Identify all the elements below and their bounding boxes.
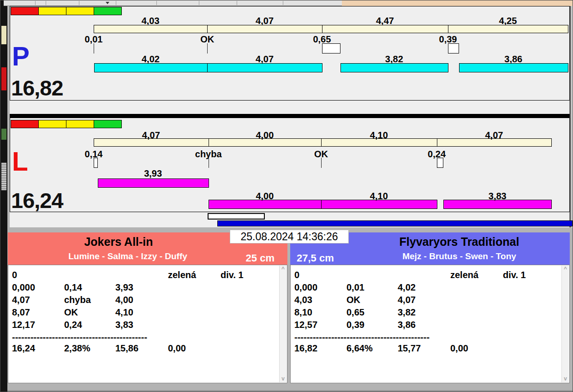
scrollbar[interactable]: ^ v (561, 266, 569, 382)
net-time-bar (459, 63, 568, 72)
team-members: Mejz - Brutus - Swen - Tony (349, 251, 570, 261)
scrollbar-up-button[interactable]: ^ (280, 266, 286, 273)
team-table-right: 0zelenádiv. 10,0000,014,024,03OK4,078,10… (290, 265, 570, 383)
lane-panel-L: L 16,24 4,070,143,934,00chyba4,004,10OK4… (10, 118, 570, 212)
table-row: 0,0000,014,02 (291, 282, 562, 295)
toolbar-separator (79, 1, 79, 5)
table-summary-row: 16,242,38%15,860,00 (8, 343, 280, 356)
table-row: 4,03OK4,07 (291, 295, 562, 307)
table-cell: 4,07 (398, 295, 416, 305)
toolbar-separator (116, 1, 116, 5)
table-cell: 12,17 (12, 320, 35, 330)
table-cell: 0,00 (450, 343, 468, 354)
table-row: 8,07OK4,10 (8, 307, 280, 320)
lane-divider-bar (10, 114, 570, 118)
toolbar-separator (199, 1, 199, 5)
split-time-label: 4,47 (357, 16, 412, 26)
table-cell: 3,86 (398, 320, 416, 330)
table-row: 4,07chyba4,00 (8, 295, 280, 307)
table-cell: 8,10 (294, 307, 312, 318)
delay-box (448, 43, 459, 53)
split-time-label: 4,10 (351, 130, 406, 141)
table-cell: 2,38% (64, 343, 90, 354)
table-row: 0zelenádiv. 1 (8, 270, 280, 282)
status-light-green (94, 7, 122, 15)
table-cell: 6,64% (346, 343, 373, 354)
table-cell: OK (64, 307, 78, 318)
table-cell: 4,03 (294, 295, 312, 305)
team-members: Lumine - Salma - Izzy - Duffy (8, 251, 248, 261)
marker-tick (94, 43, 94, 53)
split-time-label: 4,07 (466, 130, 522, 141)
edge-fragment (1, 67, 6, 90)
table-cell: 3,83 (115, 320, 133, 330)
toolbar-separator (35, 1, 36, 5)
scrollbar-up-button[interactable]: ^ (562, 266, 569, 273)
lane-panel-P: P 16,82 4,030,014,024,07OK4,074,470,653,… (10, 6, 570, 101)
net-time-label: 4,07 (237, 54, 292, 65)
net-time-label: 4,02 (123, 54, 178, 65)
toolbar-separator (156, 1, 157, 5)
net-time-bar (98, 178, 209, 188)
marker-tick (209, 158, 209, 168)
net-time-label: 3,86 (486, 54, 541, 65)
table-row: 12,170,243,83 (8, 320, 280, 332)
progress-outline-box (208, 213, 265, 220)
split-time-label: 4,07 (123, 130, 179, 141)
jump-height-label: 27,5 cm (297, 252, 334, 264)
status-light-red (11, 120, 39, 128)
table-cell: 0 (294, 270, 299, 280)
delay-box (94, 158, 98, 168)
marker-tick (321, 158, 322, 168)
window-frame-edge (571, 6, 573, 227)
lane-total-time: 16,24 (11, 188, 63, 213)
delay-box (437, 158, 444, 168)
table-cell: 16,82 (294, 343, 317, 354)
lane-total-time: 16,82 (11, 76, 63, 101)
status-light-yellow (38, 120, 66, 128)
table-cell: OK (346, 295, 360, 305)
table-cell: 0,24 (64, 320, 82, 330)
status-light-yellow (66, 120, 94, 128)
table-cell: 0,39 (346, 320, 364, 330)
table-body: 0zelenádiv. 10,0000,143,934,07chyba4,008… (8, 265, 280, 383)
scrollbar-down-button[interactable]: v (562, 375, 569, 382)
progress-bar (217, 220, 573, 226)
table-cell: 0,000 (12, 282, 35, 293)
table-cell: 4,07 (12, 295, 30, 305)
table-row: 8,100,653,82 (291, 307, 562, 320)
status-light-yellow (66, 7, 94, 15)
table-cell: 0,65 (346, 307, 364, 318)
table-cell: 4,10 (115, 307, 133, 318)
table-cell: 0,000 (294, 282, 317, 293)
scrollbar[interactable]: ^ v (279, 266, 286, 382)
split-time-label: 4,07 (237, 16, 292, 26)
toolbar-separator (283, 1, 283, 5)
table-cell: 15,77 (398, 343, 421, 354)
table-cell: 0,01 (346, 282, 364, 293)
table-cell: chyba (64, 295, 91, 305)
table-cell: 8,07 (12, 307, 30, 318)
table-cell: 3,82 (398, 307, 416, 318)
marker-tick (207, 43, 208, 53)
table-row: 0,0000,143,93 (8, 282, 280, 295)
lane-letter: P (12, 43, 30, 70)
net-time-label: 3,83 (470, 191, 525, 202)
background-toolbar (4, 0, 342, 6)
status-light-red (11, 7, 39, 15)
split-time-label: 4,25 (480, 16, 536, 26)
table-separator: ----------------------------------------… (291, 332, 562, 343)
table-cell: 0,00 (168, 343, 186, 354)
net-time-label: 3,82 (366, 54, 422, 65)
net-time-bar (340, 63, 448, 72)
table-cell: div. 1 (221, 270, 244, 280)
split-time-label: 4,00 (237, 130, 292, 141)
status-light-green (94, 120, 122, 128)
table-cell: 4,00 (115, 295, 133, 305)
team-table-left: 0zelenádiv. 10,0000,143,934,07chyba4,008… (8, 265, 287, 383)
app-window: P 16,82 4,030,014,024,07OK4,074,470,653,… (0, 0, 573, 392)
scrollbar-down-button[interactable]: v (280, 375, 286, 382)
net-time-bar (94, 63, 208, 72)
edge-fragment (1, 163, 6, 190)
toolbar-separator (237, 1, 237, 5)
